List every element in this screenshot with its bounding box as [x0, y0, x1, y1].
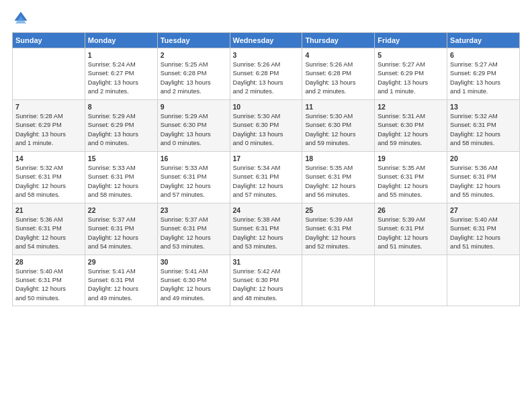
day-info: Sunrise: 5:42 AMSunset: 6:30 PMDaylight:… — [233, 267, 300, 304]
day-cell: 26Sunrise: 5:39 AMSunset: 6:31 PMDayligh… — [375, 203, 447, 255]
day-number: 29 — [88, 258, 154, 266]
day-cell: 9Sunrise: 5:29 AMSunset: 6:30 PMDaylight… — [157, 99, 230, 151]
day-cell: 1Sunrise: 5:24 AMSunset: 6:27 PMDaylight… — [85, 48, 157, 100]
day-info: Sunrise: 5:40 AMSunset: 6:31 PMDaylight:… — [15, 267, 82, 304]
day-cell: 14Sunrise: 5:32 AMSunset: 6:31 PMDayligh… — [13, 151, 85, 203]
day-number: 16 — [161, 154, 227, 163]
day-number: 23 — [161, 206, 227, 214]
day-cell: 5Sunrise: 5:27 AMSunset: 6:29 PMDaylight… — [375, 48, 447, 100]
day-number: 11 — [305, 103, 371, 111]
day-cell — [13, 48, 85, 100]
day-cell: 24Sunrise: 5:38 AMSunset: 6:31 PMDayligh… — [230, 203, 302, 255]
day-number: 3 — [233, 51, 300, 59]
day-number: 2 — [161, 51, 227, 59]
day-cell — [447, 255, 520, 306]
day-info: Sunrise: 5:41 AMSunset: 6:30 PMDaylight:… — [161, 267, 227, 304]
day-number: 15 — [88, 154, 154, 163]
day-number: 8 — [88, 103, 154, 111]
day-cell: 18Sunrise: 5:35 AMSunset: 6:31 PMDayligh… — [302, 151, 375, 203]
day-info: Sunrise: 5:26 AMSunset: 6:28 PMDaylight:… — [305, 60, 371, 97]
column-header-friday: Friday — [375, 33, 447, 48]
day-number: 18 — [305, 154, 371, 163]
header — [12, 11, 520, 26]
day-info: Sunrise: 5:41 AMSunset: 6:31 PMDaylight:… — [88, 267, 154, 304]
week-row-2: 7Sunrise: 5:28 AMSunset: 6:29 PMDaylight… — [13, 99, 520, 151]
day-info: Sunrise: 5:28 AMSunset: 6:29 PMDaylight:… — [15, 112, 82, 148]
day-info: Sunrise: 5:32 AMSunset: 6:31 PMDaylight:… — [450, 112, 517, 148]
day-info: Sunrise: 5:31 AMSunset: 6:30 PMDaylight:… — [378, 112, 444, 148]
column-header-saturday: Saturday — [447, 33, 520, 48]
day-cell — [375, 255, 447, 306]
day-cell: 30Sunrise: 5:41 AMSunset: 6:30 PMDayligh… — [157, 255, 230, 306]
day-info: Sunrise: 5:27 AMSunset: 6:29 PMDaylight:… — [450, 60, 517, 97]
day-number: 12 — [378, 103, 444, 111]
column-header-wednesday: Wednesday — [230, 33, 302, 48]
day-info: Sunrise: 5:37 AMSunset: 6:31 PMDaylight:… — [88, 216, 154, 252]
day-info: Sunrise: 5:39 AMSunset: 6:31 PMDaylight:… — [305, 216, 371, 252]
day-cell: 11Sunrise: 5:30 AMSunset: 6:30 PMDayligh… — [302, 99, 375, 151]
week-row-5: 28Sunrise: 5:40 AMSunset: 6:31 PMDayligh… — [13, 255, 520, 306]
day-cell: 31Sunrise: 5:42 AMSunset: 6:30 PMDayligh… — [230, 255, 302, 306]
day-cell: 28Sunrise: 5:40 AMSunset: 6:31 PMDayligh… — [13, 255, 85, 306]
day-cell: 16Sunrise: 5:33 AMSunset: 6:31 PMDayligh… — [157, 151, 230, 203]
day-cell: 27Sunrise: 5:40 AMSunset: 6:31 PMDayligh… — [447, 203, 520, 255]
day-number: 4 — [305, 51, 371, 59]
day-cell: 6Sunrise: 5:27 AMSunset: 6:29 PMDaylight… — [447, 48, 520, 100]
day-info: Sunrise: 5:39 AMSunset: 6:31 PMDaylight:… — [378, 216, 444, 252]
day-info: Sunrise: 5:37 AMSunset: 6:31 PMDaylight:… — [161, 216, 227, 252]
day-info: Sunrise: 5:25 AMSunset: 6:28 PMDaylight:… — [161, 60, 227, 97]
day-number: 27 — [450, 206, 517, 214]
day-info: Sunrise: 5:40 AMSunset: 6:31 PMDaylight:… — [450, 216, 517, 252]
day-cell: 2Sunrise: 5:25 AMSunset: 6:28 PMDaylight… — [157, 48, 230, 100]
day-info: Sunrise: 5:29 AMSunset: 6:30 PMDaylight:… — [161, 112, 227, 148]
day-number: 6 — [450, 51, 517, 59]
day-number: 20 — [450, 154, 517, 163]
week-row-1: 1Sunrise: 5:24 AMSunset: 6:27 PMDaylight… — [13, 48, 520, 100]
day-number: 21 — [15, 206, 82, 214]
column-header-tuesday: Tuesday — [157, 33, 230, 48]
day-cell: 25Sunrise: 5:39 AMSunset: 6:31 PMDayligh… — [302, 203, 375, 255]
day-info: Sunrise: 5:38 AMSunset: 6:31 PMDaylight:… — [233, 216, 300, 252]
day-number: 24 — [233, 206, 300, 214]
day-info: Sunrise: 5:27 AMSunset: 6:29 PMDaylight:… — [378, 60, 444, 97]
day-info: Sunrise: 5:33 AMSunset: 6:31 PMDaylight:… — [88, 164, 154, 200]
day-cell: 23Sunrise: 5:37 AMSunset: 6:31 PMDayligh… — [157, 203, 230, 255]
day-info: Sunrise: 5:26 AMSunset: 6:28 PMDaylight:… — [233, 60, 300, 97]
day-number: 22 — [88, 206, 154, 214]
day-info: Sunrise: 5:30 AMSunset: 6:30 PMDaylight:… — [305, 112, 371, 148]
day-cell: 7Sunrise: 5:28 AMSunset: 6:29 PMDaylight… — [13, 99, 85, 151]
day-cell: 17Sunrise: 5:34 AMSunset: 6:31 PMDayligh… — [230, 151, 302, 203]
day-info: Sunrise: 5:34 AMSunset: 6:31 PMDaylight:… — [233, 164, 300, 200]
day-info: Sunrise: 5:35 AMSunset: 6:31 PMDaylight:… — [305, 164, 371, 200]
day-number: 10 — [233, 103, 300, 111]
day-number: 30 — [161, 258, 227, 266]
day-number: 31 — [233, 258, 300, 266]
day-cell: 21Sunrise: 5:36 AMSunset: 6:31 PMDayligh… — [13, 203, 85, 255]
page: SundayMondayTuesdayWednesdayThursdayFrid… — [0, 0, 532, 411]
day-number: 14 — [15, 154, 82, 163]
day-info: Sunrise: 5:29 AMSunset: 6:29 PMDaylight:… — [88, 112, 154, 148]
day-info: Sunrise: 5:30 AMSunset: 6:30 PMDaylight:… — [233, 112, 300, 148]
day-cell — [302, 255, 375, 306]
day-cell: 29Sunrise: 5:41 AMSunset: 6:31 PMDayligh… — [85, 255, 157, 306]
day-cell: 19Sunrise: 5:35 AMSunset: 6:31 PMDayligh… — [375, 151, 447, 203]
day-cell: 8Sunrise: 5:29 AMSunset: 6:29 PMDaylight… — [85, 99, 157, 151]
day-cell: 22Sunrise: 5:37 AMSunset: 6:31 PMDayligh… — [85, 203, 157, 255]
day-number: 25 — [305, 206, 371, 214]
day-number: 9 — [161, 103, 227, 111]
day-cell: 20Sunrise: 5:36 AMSunset: 6:31 PMDayligh… — [447, 151, 520, 203]
day-number: 1 — [88, 51, 154, 59]
day-info: Sunrise: 5:32 AMSunset: 6:31 PMDaylight:… — [15, 164, 82, 200]
day-number: 28 — [15, 258, 82, 266]
day-cell: 3Sunrise: 5:26 AMSunset: 6:28 PMDaylight… — [230, 48, 302, 100]
column-header-sunday: Sunday — [13, 33, 85, 48]
logo-icon — [13, 11, 28, 26]
day-info: Sunrise: 5:24 AMSunset: 6:27 PMDaylight:… — [88, 60, 154, 97]
day-number: 19 — [378, 154, 444, 163]
day-number: 26 — [378, 206, 444, 214]
day-cell: 4Sunrise: 5:26 AMSunset: 6:28 PMDaylight… — [302, 48, 375, 100]
day-number: 17 — [233, 154, 300, 163]
column-header-thursday: Thursday — [302, 33, 375, 48]
day-info: Sunrise: 5:36 AMSunset: 6:31 PMDaylight:… — [450, 164, 517, 200]
day-number: 13 — [450, 103, 517, 111]
